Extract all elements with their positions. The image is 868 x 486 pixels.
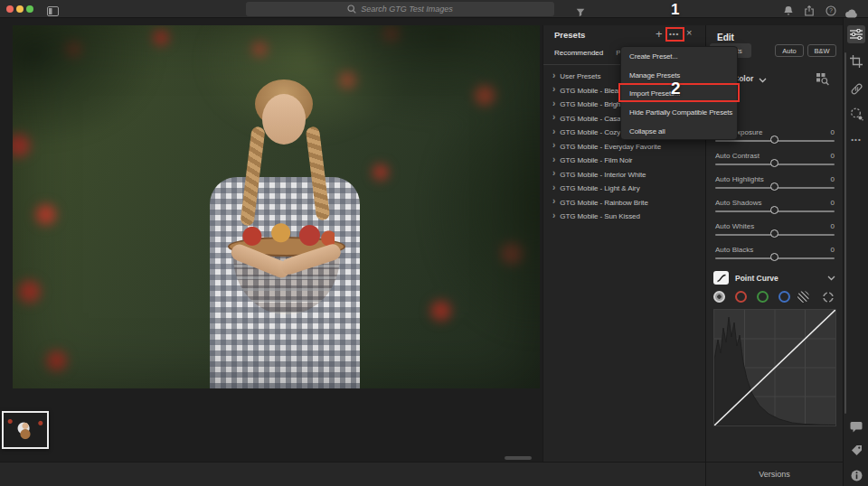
chevron-right-icon: › [552,113,555,122]
light-sliders: Auto Exposure0 Auto Contrast0 Auto Highl… [706,125,844,266]
slider-auto-contrast: Auto Contrast0 [706,148,844,172]
menu-item-collapse-all[interactable]: Collapse all [621,122,737,141]
slider-handle[interactable] [770,206,778,214]
edit-panel-title: Edit [717,33,734,42]
presets-panel-title: Presets [554,30,585,40]
channel-green-button[interactable] [757,291,769,303]
color-mixer-icon[interactable] [816,73,830,89]
chevron-right-icon: › [552,127,555,136]
slider-auto-shadows: Auto Shadows0 [706,195,844,219]
photo-basket [233,246,340,314]
photo-basket-rim [228,237,345,257]
panel-toggle-icon[interactable] [47,4,59,20]
photo-braid-right [306,126,331,220]
preset-group[interactable]: ›GTG Mobile - Sun Kissed [543,210,706,224]
zoom-window-button[interactable] [26,5,33,13]
preset-group[interactable]: ›GTG Mobile - Film Noir [543,154,706,168]
point-curve-header[interactable]: Point Curve [706,271,844,287]
chevron-right-icon: › [552,71,555,80]
slider-handle[interactable] [770,182,778,191]
photo-canvas[interactable] [13,25,540,388]
chevron-right-icon: › [552,99,555,108]
tone-curve-histogram[interactable] [713,309,836,426]
photo-braid-left [240,126,265,226]
close-presets-button[interactable]: × [686,27,692,38]
chevron-right-icon: › [552,155,555,164]
info-icon [851,470,863,481]
slider-handle[interactable] [770,136,778,144]
chevron-right-icon: › [552,183,555,192]
photo-apples [239,222,335,248]
chevron-right-icon: › [552,169,555,178]
bottom-toolbar: ☆ ☆ ☆ ☆ ☆ ⚐ ⚐ Fit 100% [0,462,705,486]
slider-auto-blacks: Auto Blacks0 [706,242,844,266]
keywords-button[interactable] [847,441,865,459]
photo-hair [255,79,313,128]
preset-group[interactable]: ›GTG Mobile - Interior White [543,168,706,182]
photo-arm-right [279,242,343,276]
menu-item-import-presets[interactable]: Import Presets... [621,85,737,104]
menu-item-create-preset[interactable]: Create Preset... [621,47,737,66]
masking-icon [850,107,863,121]
tab-recommended[interactable]: Recommended [554,49,603,57]
filmstrip-thumbnail[interactable] [2,411,49,449]
chevron-right-icon: › [552,85,555,94]
channel-red-button[interactable] [735,291,747,303]
search-icon [347,5,356,14]
preset-group[interactable]: ›GTG Mobile - Light & Airy [543,182,706,196]
tag-icon [851,444,863,456]
filter-funnel-icon[interactable] [576,5,585,21]
help-icon[interactable]: ? [826,4,836,20]
close-window-button[interactable] [6,5,14,13]
auto-button[interactable]: Auto [775,44,804,57]
curve-target-icon[interactable] [822,291,835,307]
info-button[interactable] [847,466,865,484]
healing-tool-button[interactable] [847,79,865,98]
chevron-right-icon: › [552,211,555,220]
crop-tool-button[interactable] [847,52,865,70]
slider-handle[interactable] [770,253,778,261]
photo-arm-left [229,242,292,280]
slider-handle[interactable] [770,229,778,238]
search-placeholder: Search GTG Test Images [361,5,453,14]
chevron-down-icon [759,78,767,83]
versions-bar[interactable]: Versions [705,462,843,486]
create-preset-plus-button[interactable]: + [656,28,663,40]
preset-group[interactable]: ›GTG Mobile - Rainbow Brite [543,196,706,210]
search-input[interactable]: Search GTG Test Images [246,2,554,16]
chevron-down-icon [827,276,835,281]
point-curve-icon[interactable] [713,271,729,285]
photo-dress [210,177,360,388]
share-icon[interactable] [804,4,815,20]
comments-button[interactable] [847,417,865,435]
photo-subject [13,25,540,388]
slider-handle[interactable] [770,159,778,167]
preset-group[interactable]: ›GTG Mobile - Everyday Favorite [543,140,706,154]
scrollbar-thumb[interactable] [844,52,846,414]
presets-more-options-button[interactable]: ••• [669,30,679,38]
tool-rail: ••• [843,18,868,486]
presets-options-menu: Create Preset... Manage Presets Import P… [620,46,738,140]
scrollbar-thumb[interactable] [505,456,532,460]
dots-icon: ••• [851,136,861,144]
lightroom-window: Search GTG Test Images ? [0,0,868,486]
edit-tool-button[interactable] [847,25,865,43]
sliders-icon [850,29,863,40]
masking-tool-button[interactable] [847,105,865,123]
slider-auto-whites: Auto Whites0 [706,219,844,242]
channel-blue-button[interactable] [778,291,790,303]
channel-parametric-button[interactable] [797,291,809,303]
photo-face [262,94,306,145]
notifications-bell-icon[interactable] [783,4,794,20]
bw-button[interactable]: B&W [807,44,836,57]
chat-bubble-icon [850,421,863,433]
menu-item-manage-presets[interactable]: Manage Presets [621,66,737,85]
band-aid-icon [850,82,863,96]
crop-icon [850,55,863,68]
minimize-window-button[interactable] [16,5,24,13]
point-curve-title: Point Curve [735,274,778,283]
curve-channel-buttons [706,291,844,305]
more-tools-button[interactable]: ••• [847,130,865,148]
channel-all-button[interactable] [713,291,725,303]
menu-item-hide-partially-compatible[interactable]: Hide Partially Compatible Presets [621,103,737,122]
